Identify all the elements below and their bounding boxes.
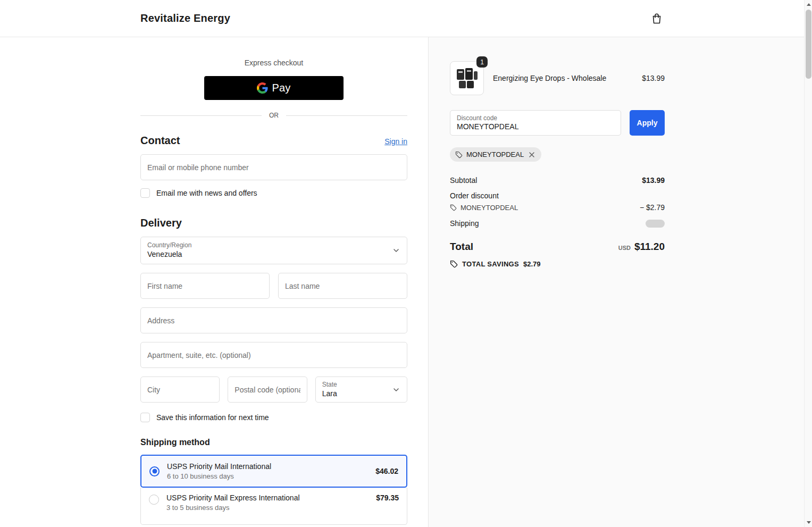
save-info-label: Save this information for next time bbox=[156, 413, 269, 422]
total-savings-row: TOTAL SAVINGS $2.79 bbox=[450, 260, 665, 268]
country-select[interactable]: Country/Region Venezuela bbox=[140, 237, 407, 264]
order-discount-value: − $2.79 bbox=[640, 203, 665, 212]
quantity-badge: 1 bbox=[476, 56, 488, 68]
apply-discount-button[interactable]: Apply bbox=[630, 110, 665, 136]
or-divider: OR bbox=[140, 112, 407, 119]
shipping-option-usps-priority[interactable]: USPS Priority Mail International 6 to 10… bbox=[140, 455, 407, 488]
chevron-down-icon bbox=[391, 384, 401, 395]
state-label: State bbox=[322, 381, 388, 388]
state-select[interactable]: State Lara bbox=[315, 377, 407, 403]
shipping-method-heading: Shipping method bbox=[140, 438, 407, 447]
discount-code-field[interactable]: Discount code bbox=[450, 110, 621, 136]
checkout-form-pane: Express checkout Pay OR Cont bbox=[0, 37, 428, 527]
shipping-value-placeholder bbox=[646, 220, 665, 228]
header: Revitalize Energy bbox=[0, 0, 812, 37]
shipping-row: Shipping bbox=[450, 219, 665, 228]
order-discount-row: Order discount MONEYTOPDEAL − $2.79 bbox=[450, 191, 665, 212]
shipping-label: Shipping bbox=[450, 219, 479, 228]
shipping-option-name: USPS Priority Mail Express International bbox=[166, 493, 369, 502]
checkbox-icon[interactable] bbox=[140, 413, 150, 422]
total-savings-value: $2.79 bbox=[523, 260, 541, 268]
store-name[interactable]: Revitalize Energy bbox=[140, 12, 230, 24]
save-info-checkbox[interactable]: Save this information for next time bbox=[140, 413, 407, 422]
tag-icon bbox=[450, 204, 457, 211]
total-savings-label: TOTAL SAVINGS bbox=[462, 260, 519, 268]
google-pay-button[interactable]: Pay bbox=[204, 76, 344, 100]
discount-code-input[interactable] bbox=[457, 122, 614, 131]
shipping-option-price: $79.35 bbox=[376, 493, 399, 502]
order-discount-code: MONEYTOPDEAL bbox=[461, 204, 518, 212]
sign-in-link[interactable]: Sign in bbox=[384, 137, 407, 146]
cart-bag-icon[interactable] bbox=[649, 11, 664, 26]
shipping-option-price: $46.02 bbox=[375, 467, 398, 475]
discount-code-label: Discount code bbox=[457, 114, 614, 122]
scroll-down-icon[interactable] bbox=[805, 518, 812, 526]
remove-discount-close-icon[interactable] bbox=[528, 150, 536, 159]
google-pay-label: Pay bbox=[272, 82, 290, 94]
product-name: Energizing Eye Drops - Wholesale bbox=[493, 74, 633, 82]
city-field[interactable] bbox=[140, 377, 220, 403]
checkout-main: Express checkout Pay OR Cont bbox=[0, 37, 812, 527]
news-offers-checkbox[interactable]: Email me with news and offers bbox=[140, 188, 407, 198]
google-g-icon bbox=[257, 82, 268, 94]
cart-line-item: 1 Energizing Eye Drops - Wholesale $13.9… bbox=[450, 61, 665, 95]
country-label: Country/Region bbox=[147, 241, 388, 249]
checkbox-icon[interactable] bbox=[140, 188, 150, 198]
express-checkout-label: Express checkout bbox=[140, 58, 407, 67]
country-value: Venezuela bbox=[147, 250, 388, 258]
total-row: Total USD $11.20 bbox=[450, 241, 665, 253]
scroll-up-icon[interactable] bbox=[805, 1, 812, 9]
contact-heading: Contact bbox=[140, 135, 180, 147]
applied-discount-code: MONEYTOPDEAL bbox=[466, 150, 524, 158]
shipping-option-eta: 6 to 10 business days bbox=[167, 472, 368, 480]
shipping-option-usps-express[interactable]: USPS Priority Mail Express International… bbox=[140, 488, 407, 525]
subtotal-value: $13.99 bbox=[642, 176, 665, 185]
shipping-option-name: USPS Priority Mail International bbox=[167, 462, 368, 471]
delivery-heading: Delivery bbox=[140, 217, 407, 229]
state-value: Lara bbox=[322, 389, 388, 398]
shipping-options: USPS Priority Mail International 6 to 10… bbox=[140, 455, 407, 525]
total-label: Total bbox=[450, 241, 473, 253]
subtotal-label: Subtotal bbox=[450, 176, 477, 185]
shipping-option-eta: 3 to 5 business days bbox=[166, 504, 369, 512]
currency-code: USD bbox=[618, 245, 631, 251]
postal-code-field[interactable] bbox=[228, 377, 307, 403]
or-text: OR bbox=[269, 112, 279, 119]
total-value: $11.20 bbox=[634, 241, 665, 253]
first-name-field[interactable] bbox=[140, 273, 270, 299]
apartment-field[interactable] bbox=[140, 342, 407, 368]
email-field[interactable] bbox=[140, 154, 407, 180]
applied-discount-chip: MONEYTOPDEAL bbox=[450, 147, 541, 162]
scrollbar-thumb[interactable] bbox=[806, 10, 811, 79]
address-field[interactable] bbox=[140, 307, 407, 333]
order-summary-pane: 1 Energizing Eye Drops - Wholesale $13.9… bbox=[428, 37, 812, 527]
chevron-down-icon bbox=[391, 245, 401, 256]
tag-icon bbox=[455, 151, 463, 158]
radio-selected-icon[interactable] bbox=[149, 466, 160, 476]
page-scrollbar[interactable] bbox=[804, 0, 812, 527]
news-offers-label: Email me with news and offers bbox=[156, 189, 257, 197]
last-name-field[interactable] bbox=[278, 273, 407, 299]
product-price: $13.99 bbox=[642, 74, 665, 82]
tag-icon bbox=[450, 260, 458, 268]
order-discount-label: Order discount bbox=[450, 191, 499, 200]
radio-unselected-icon[interactable] bbox=[149, 495, 159, 505]
subtotal-row: Subtotal $13.99 bbox=[450, 176, 665, 185]
